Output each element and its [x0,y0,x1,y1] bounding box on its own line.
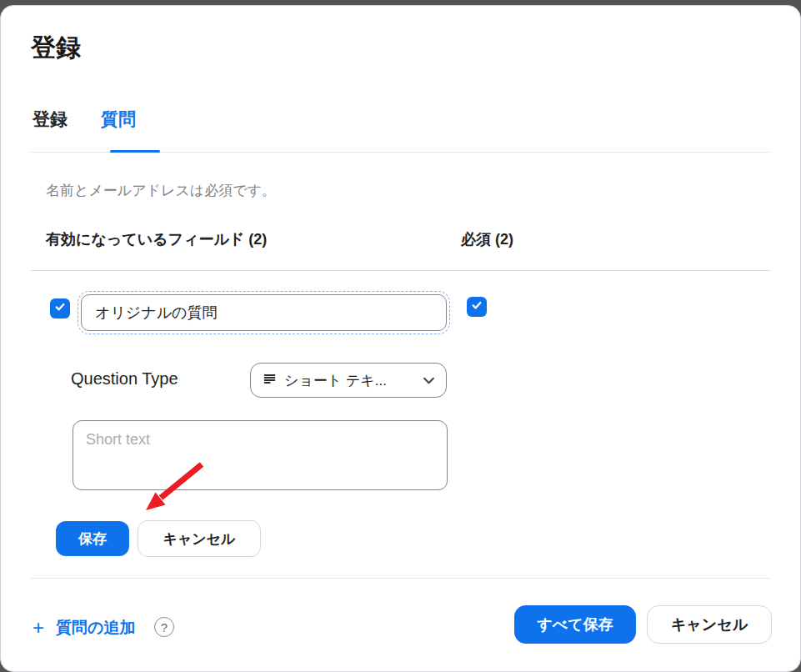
checkmark-icon [470,298,483,315]
cancel-all-button[interactable]: キャンセル [647,605,772,644]
tab-bar: 登録 質問 [33,108,136,131]
footer-divider [31,578,770,579]
cancel-button[interactable]: キャンセル [138,520,261,557]
save-button[interactable]: 保存 [56,521,129,556]
section-divider [31,270,770,271]
save-all-button[interactable]: すべて保存 [514,605,636,644]
question-type-value: ショート テキ... [284,371,416,390]
chevron-down-icon [423,373,434,388]
active-tab-underline [110,150,160,153]
question-type-label: Question Type [71,369,178,389]
short-text-icon [263,372,277,389]
question-type-dropdown[interactable]: ショート テキ... [250,363,447,398]
enabled-fields-header: 有効になっているフィールド (2) [46,229,267,249]
question-title-input[interactable] [81,294,447,331]
add-question-label: 質問の追加 [56,617,135,639]
tab-registration[interactable]: 登録 [33,108,68,131]
required-checkbox[interactable] [467,297,487,317]
required-fields-note: 名前とメールアドレスは必須です。 [46,181,276,200]
help-icon[interactable]: ? [154,617,174,637]
required-header: 必須 (2) [461,229,513,249]
plus-icon: + [33,618,44,638]
dialog-title: 登録 [31,31,81,65]
enabled-checkbox[interactable] [50,298,70,318]
checkmark-icon [53,300,67,317]
add-question-link[interactable]: + 質問の追加 [33,617,135,639]
tab-questions[interactable]: 質問 [101,108,136,131]
registration-dialog: 登録 登録 質問 名前とメールアドレスは必須です。 有効になっているフィールド … [0,5,801,672]
answer-preview-textarea[interactable] [73,420,448,490]
